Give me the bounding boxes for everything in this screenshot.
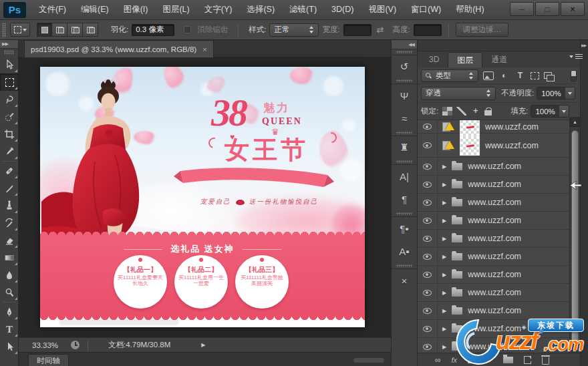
blur-tool[interactable] <box>0 266 19 284</box>
dock-panel-button[interactable]: A▪ <box>392 240 417 263</box>
antialias-checkbox[interactable] <box>184 26 191 33</box>
menu-item[interactable]: 文件(F) <box>31 0 74 19</box>
panel-tab[interactable]: 3D <box>420 52 448 67</box>
visibility-toggle[interactable] <box>418 320 438 337</box>
dodge-tool[interactable] <box>0 284 19 301</box>
link-layers-icon[interactable]: ∞ <box>435 354 441 366</box>
chevron-down-icon[interactable] <box>565 87 575 99</box>
dock-panel-button[interactable]: ≈ <box>392 107 417 130</box>
layer-name[interactable]: www.uzzf.com <box>468 216 521 225</box>
tools-collapse-header[interactable]: ▶▶ <box>0 40 18 49</box>
layer-thumbnail[interactable] <box>460 120 480 137</box>
menu-item[interactable]: 编辑(E) <box>74 0 116 19</box>
menu-item[interactable]: 视图(V) <box>361 0 404 19</box>
expand-arrow-icon[interactable]: ▶ <box>442 326 446 332</box>
dock-panel-button[interactable]: × <box>392 268 417 292</box>
dock-panel-button[interactable]: ↺ <box>392 55 417 78</box>
blend-mode-select[interactable]: 穿透 <box>421 87 496 100</box>
panel-menu-icon[interactable] <box>569 53 583 61</box>
scroll-up-arrow[interactable]: ▲ <box>570 117 580 127</box>
visibility-toggle[interactable] <box>418 266 438 283</box>
menu-item[interactable]: 窗口(W) <box>404 0 448 19</box>
swap-dimensions-icon[interactable]: ⇄ <box>377 25 384 35</box>
history-brush-tool[interactable] <box>0 214 19 232</box>
gradient-tool[interactable] <box>0 249 19 266</box>
brush-tool[interactable] <box>0 180 19 197</box>
subtract-selection-button[interactable] <box>67 23 83 37</box>
menu-item[interactable]: 选择(S) <box>239 0 282 19</box>
eraser-tool[interactable] <box>0 232 19 249</box>
eyedropper-tool[interactable] <box>0 143 19 160</box>
crop-tool[interactable] <box>0 126 19 143</box>
scrollbar-thumb[interactable] <box>571 130 579 344</box>
clone-stamp-tool[interactable] <box>0 197 19 214</box>
expand-arrow-icon[interactable]: ▶ <box>442 200 446 206</box>
maximize-button[interactable]: □ <box>535 2 559 16</box>
lock-position-icon[interactable]: + <box>470 107 480 116</box>
layer-row[interactable]: ▶ www.uzzf.com <box>418 284 569 302</box>
layer-name[interactable]: www.uzzf.com <box>468 162 521 171</box>
expand-arrow-icon[interactable]: ▶ <box>442 218 446 224</box>
filter-smart-objects-icon[interactable] <box>544 72 552 79</box>
visibility-toggle[interactable] <box>418 338 438 353</box>
spot-healing-tool[interactable] <box>0 162 19 180</box>
layer-row[interactable]: ▶ www.uzzf.com <box>418 194 569 212</box>
visibility-toggle[interactable] <box>418 158 438 175</box>
dock-panel-button[interactable]: Ψ <box>392 83 417 107</box>
document-canvas[interactable]: 38 ♥ 魅力 QUEEN ♛ 女王节 <box>40 67 365 327</box>
zoom-level[interactable]: 33.33% <box>32 341 67 349</box>
expand-arrow-icon[interactable]: ▶ <box>442 164 446 170</box>
document-tab[interactable]: psd19903.psd @ 33.3% (www.uzzf.com, RGB/… <box>24 40 214 57</box>
filter-type-select[interactable]: 类型 <box>421 69 478 82</box>
filter-pixel-layers-icon[interactable] <box>483 71 494 80</box>
layer-name[interactable]: www.uzzf.com <box>468 288 521 297</box>
filter-adjustment-layers-icon[interactable]: ◐ <box>498 71 510 81</box>
add-selection-button[interactable] <box>52 23 67 37</box>
status-menu-arrow-icon[interactable]: ▶ <box>201 342 205 348</box>
path-selection-tool[interactable] <box>0 338 19 355</box>
intersect-selection-button[interactable] <box>83 23 98 37</box>
layer-row[interactable]: ▶ www.uzzf.com <box>418 248 569 266</box>
visibility-toggle[interactable] <box>418 134 438 157</box>
dock-panel-button[interactable]: ¶ <box>392 188 417 211</box>
refine-edge-button[interactable]: 调整边缘… <box>456 23 509 37</box>
layer-name[interactable]: www.uzzf.com <box>468 306 521 315</box>
filter-type-layers-icon[interactable]: T <box>514 71 526 81</box>
layer-name[interactable]: www.uzzf.com <box>485 141 539 150</box>
filter-shape-layers-icon[interactable] <box>531 72 539 79</box>
timeline-scrollbar[interactable] <box>353 358 384 363</box>
visibility-toggle[interactable] <box>418 194 438 211</box>
layer-row[interactable]: ▶ www.uzzf.com <box>418 134 569 158</box>
menu-item[interactable]: 帮助(H) <box>448 0 491 19</box>
dock-collapse-header[interactable]: ◀◀ <box>392 40 417 49</box>
expand-arrow-icon[interactable]: ▶ <box>442 182 446 188</box>
lock-transparency-icon[interactable] <box>442 107 452 116</box>
canvas-area[interactable]: 38 ♥ 魅力 QUEEN ♛ 女王节 <box>19 57 391 337</box>
move-tool[interactable] <box>0 56 19 73</box>
dock-panel-button[interactable]: A| <box>392 164 417 188</box>
layers-scrollbar[interactable]: ▲ <box>569 117 580 353</box>
active-tool-chip[interactable] <box>10 23 30 37</box>
expand-arrow-icon[interactable]: ▶ <box>442 254 446 260</box>
close-tab-icon[interactable]: × <box>202 45 206 53</box>
width-input[interactable] <box>343 24 372 36</box>
visibility-toggle[interactable] <box>418 230 438 247</box>
layer-name[interactable]: www.uzzf.com <box>468 234 521 243</box>
filter-toggle-switch[interactable] <box>571 70 577 81</box>
layer-name[interactable]: www.uzzf.com <box>468 270 521 279</box>
pen-tool[interactable] <box>0 303 19 321</box>
layer-row[interactable]: ▶ www.uzzf.com <box>418 230 569 248</box>
layer-thumbnail[interactable] <box>460 136 480 156</box>
minimize-button[interactable]: ─ <box>510 2 534 16</box>
visibility-toggle[interactable] <box>418 212 438 229</box>
dock-panel-button[interactable]: ♜ <box>392 136 417 159</box>
rect-marquee-tool[interactable] <box>0 73 19 91</box>
new-selection-button[interactable] <box>37 23 52 37</box>
layer-row[interactable]: ▶ www.uzzf.com <box>418 176 569 194</box>
lock-pixels-icon[interactable] <box>456 107 466 116</box>
panel-collapse-icon[interactable]: ▶▶ <box>581 43 586 47</box>
panel-tab[interactable]: 图层 <box>448 52 482 67</box>
chevron-down-icon[interactable] <box>559 106 569 117</box>
layer-name[interactable]: www.uzzf.com <box>468 198 521 207</box>
expand-arrow-icon[interactable]: ▶ <box>442 308 446 314</box>
